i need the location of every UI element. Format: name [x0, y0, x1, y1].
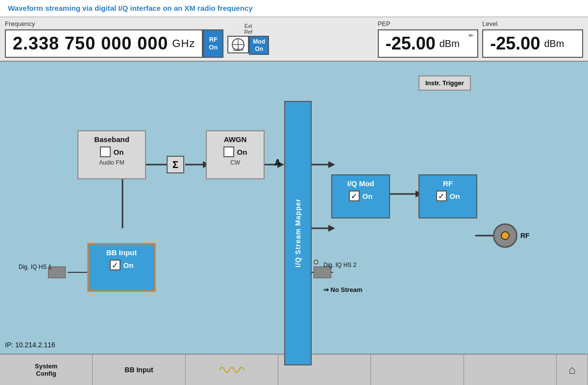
iq-mod-on-row[interactable]: ✓ On [349, 191, 373, 201]
baseband-block[interactable]: Baseband On Audio FM [77, 130, 146, 179]
header-section: Frequency 2.338 750 000 000 GHz RF On Ex… [0, 17, 588, 62]
tab-empty-2[interactable] [371, 355, 464, 385]
iq-mod-title: I/Q Mod [347, 179, 374, 188]
baseband-on-label: On [114, 148, 124, 156]
pep-label: PEP [378, 20, 479, 27]
rf-block-title: RF [443, 179, 453, 188]
baseband-on-row[interactable]: On [100, 146, 124, 157]
main-diagram-area: Instr. Trigger Baseband On Audio FM Σ AW… [0, 62, 588, 354]
app-frame: Waveform streaming via digital I/Q inter… [0, 0, 588, 385]
rf-label: RF [520, 232, 530, 240]
level-label: Level [482, 20, 583, 27]
rf-on-button[interactable]: RF On [203, 29, 223, 58]
awgn-sub-label: CW [230, 159, 240, 166]
baseband-sub-label: Audio FM [99, 159, 124, 166]
tab-system-config-label: System Config [35, 362, 57, 377]
ip-label: IP: 10.214.2.116 [5, 341, 55, 349]
level-value: -25.00 [490, 33, 540, 54]
home-icon: ⌂ [568, 363, 576, 377]
rf-on-label: On [450, 192, 460, 200]
a-label: A [274, 158, 281, 168]
level-unit: dBm [544, 38, 564, 49]
pep-display[interactable]: -25.00 dBm ✏ [378, 29, 479, 58]
ext-ref-block: Ext Ref 10MHz Mod On [227, 20, 269, 58]
baseband-title: Baseband [94, 135, 129, 144]
rf-checkbox[interactable]: ✓ [436, 191, 447, 201]
awgn-on-label: On [237, 148, 247, 156]
dig-iq-hs1-label: Dig. IQ HS 1 [19, 264, 51, 270]
ext-ref-icon[interactable]: 10MHz [227, 36, 249, 53]
svg-marker-19 [328, 225, 335, 232]
bb-input-on-row[interactable]: ✓ On [110, 260, 134, 270]
iq-stream-mapper-block[interactable]: I/Q Stream Mapper [284, 101, 312, 365]
pep-edit-icon: ✏ [468, 32, 473, 39]
pep-value: -25.00 [386, 33, 436, 54]
pep-unit: dBm [440, 38, 460, 49]
tab-home[interactable]: ⌂ [557, 355, 588, 385]
level-block: Level -25.00 dBm [482, 20, 583, 58]
ext-ref-label: Ext Ref [244, 23, 252, 35]
frequency-label: Frequency [5, 20, 223, 27]
sigma-symbol: Σ [172, 159, 178, 170]
rf-block[interactable]: RF ✓ On [418, 174, 477, 218]
tab-waveform[interactable] [186, 355, 278, 385]
dig-iq-hs2-circle [314, 260, 318, 265]
frequency-display[interactable]: 2.338 750 000 000 GHz [5, 29, 203, 58]
rf-connector[interactable] [493, 223, 517, 248]
frequency-value: 2.338 750 000 000 [13, 33, 168, 54]
iq-mod-on-label: On [363, 192, 373, 200]
svg-marker-11 [328, 161, 335, 168]
tab-bb-input-label: BB Input [124, 366, 153, 374]
awgn-on-row[interactable]: On [223, 146, 247, 157]
tab-empty-3[interactable] [464, 355, 557, 385]
page-title: Waveform streaming via digital I/Q inter… [8, 4, 253, 12]
baseband-checkbox[interactable] [100, 146, 111, 157]
awgn-block[interactable]: AWGN On CW [206, 130, 265, 179]
iq-stream-label: I/Q Stream Mapper [294, 199, 302, 268]
pep-block: PEP -25.00 dBm ✏ [378, 20, 479, 58]
level-display[interactable]: -25.00 dBm [482, 29, 583, 58]
title-bar: Waveform streaming via digital I/Q inter… [0, 0, 588, 17]
tab-system-config[interactable]: System Config [0, 355, 93, 385]
bb-input-on-label: On [123, 261, 134, 269]
tab-bb-input[interactable]: BB Input [93, 355, 185, 385]
mod-on-button[interactable]: Mod On [249, 36, 269, 55]
iq-mod-block[interactable]: I/Q Mod ✓ On [331, 174, 390, 218]
rf-on-row[interactable]: ✓ On [436, 191, 460, 201]
svg-text:10MHz: 10MHz [233, 48, 244, 51]
bb-input-checkbox[interactable]: ✓ [110, 260, 121, 270]
iq-mod-checkbox[interactable]: ✓ [349, 191, 360, 201]
awgn-checkbox[interactable] [223, 146, 234, 157]
waveform-icon [217, 362, 246, 377]
bb-input-title: BB Input [106, 248, 137, 257]
no-stream-label: ⇒ No Stream [323, 286, 363, 293]
awgn-title: AWGN [224, 135, 247, 144]
frequency-unit: GHz [172, 37, 195, 50]
instr-trigger-button[interactable]: Instr. Trigger [418, 75, 471, 91]
bb-input-block[interactable]: BB Input ✓ On [87, 243, 156, 292]
frequency-block: Frequency 2.338 750 000 000 GHz RF On [5, 20, 223, 58]
dig-iq-hs2-label: Dig. IQ HS 2 [323, 262, 356, 268]
sigma-block: Σ [167, 156, 184, 173]
rf-connector-inner [501, 231, 510, 240]
